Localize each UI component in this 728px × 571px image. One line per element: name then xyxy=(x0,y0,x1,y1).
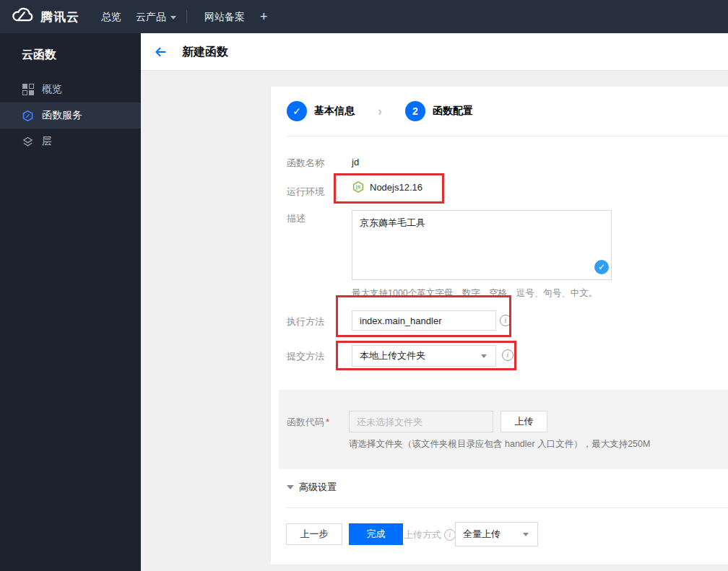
footer-divider xyxy=(287,507,728,508)
upload-mode-label: 上传方式 i xyxy=(404,528,456,541)
logo-text: 腾讯云 xyxy=(40,9,79,25)
nav-add-shortcut-button[interactable]: + xyxy=(260,0,268,33)
upload-mode-select[interactable]: 全量上传 xyxy=(455,522,538,546)
step-2-circle[interactable]: 2 xyxy=(405,101,425,121)
upload-mode-info-icon[interactable]: i xyxy=(444,529,456,541)
description-hint: 最大支持1000个英文字母、数字、空格、逗号、句号、中文。 xyxy=(352,287,597,300)
sidebar-item-label: 概览 xyxy=(42,83,62,96)
page: 腾讯云 总览 云产品 网站备案 + 云函数 概览 xyxy=(0,0,728,571)
nav-products[interactable]: 云产品 xyxy=(136,0,176,33)
step-1-done-circle[interactable]: ✓ xyxy=(287,101,307,121)
step-indicator: ✓ 基本信息 › 2 函数配置 xyxy=(287,101,473,121)
nav-overview[interactable]: 总览 xyxy=(101,0,121,33)
function-code-label: 函数代码* xyxy=(287,416,329,429)
submit-method-select[interactable]: 本地上传文件夹 xyxy=(352,345,496,367)
required-asterisk: * xyxy=(326,417,329,427)
submit-method-label: 提交方法 xyxy=(287,350,324,363)
handler-input[interactable] xyxy=(352,310,496,331)
scf-hexagon-icon xyxy=(22,110,34,122)
top-navbar: 腾讯云 总览 云产品 网站备案 + xyxy=(0,0,728,33)
upload-button[interactable]: 上传 xyxy=(500,411,547,432)
finish-button[interactable]: 完成 xyxy=(349,523,403,545)
advanced-settings-toggle[interactable]: 高级设置 xyxy=(287,481,337,494)
handler-info-icon[interactable]: i xyxy=(500,315,511,326)
tencent-cloud-logo[interactable]: 腾讯云 xyxy=(10,0,79,33)
description-label: 描述 xyxy=(287,212,306,225)
back-arrow-icon[interactable] xyxy=(152,44,168,60)
sidebar-item-function-service[interactable]: 函数服务 xyxy=(0,103,141,128)
sidebar-item-overview[interactable]: 概览 xyxy=(0,77,141,103)
create-function-card: ✓ 基本信息 › 2 函数配置 函数名称 jd 运行环境 js Nodejs12… xyxy=(271,87,728,565)
sidebar-item-layers[interactable]: 层 xyxy=(0,128,141,154)
sidebar-item-label: 函数服务 xyxy=(42,109,82,122)
sidebar-item-label: 层 xyxy=(42,135,52,148)
grid-icon xyxy=(22,84,34,96)
sidebar-title: 云函数 xyxy=(0,33,141,63)
nav-icp-filing[interactable]: 网站备案 xyxy=(204,0,245,33)
function-code-hint: 请选择文件夹（该文件夹根目录应包含 handler 入口文件），最大支持250M xyxy=(349,438,650,450)
select-caret-icon xyxy=(481,354,487,358)
step-1-label[interactable]: 基本信息 xyxy=(314,105,355,118)
nav-divider xyxy=(186,10,187,23)
runtime-label: 运行环境 xyxy=(287,186,324,199)
folder-path-input[interactable] xyxy=(349,411,493,432)
function-name-value: jd xyxy=(352,157,359,167)
select-caret-icon xyxy=(523,533,529,536)
layers-icon xyxy=(22,136,34,148)
step-2-label[interactable]: 函数配置 xyxy=(433,105,473,118)
step-chevron-icon: › xyxy=(378,104,382,119)
triangle-down-icon xyxy=(287,485,294,489)
validation-check-icon: ✓ xyxy=(594,260,609,274)
page-header: 新建函数 xyxy=(141,33,728,71)
handler-label: 执行方法 xyxy=(287,315,324,328)
chevron-down-icon xyxy=(170,16,176,19)
runtime-value: js Nodejs12.16 xyxy=(352,180,422,193)
function-name-label: 函数名称 xyxy=(287,157,324,170)
nodejs-icon: js xyxy=(352,180,365,193)
previous-step-button[interactable]: 上一步 xyxy=(286,523,342,545)
cloud-logo-icon xyxy=(10,6,35,27)
steps-divider xyxy=(287,136,728,136)
page-title: 新建函数 xyxy=(182,45,228,60)
submit-method-info-icon[interactable]: i xyxy=(502,349,514,361)
sidebar: 云函数 概览 函数服务 xyxy=(0,33,141,571)
description-textarea[interactable]: 京东薅羊毛工具 xyxy=(352,210,612,280)
